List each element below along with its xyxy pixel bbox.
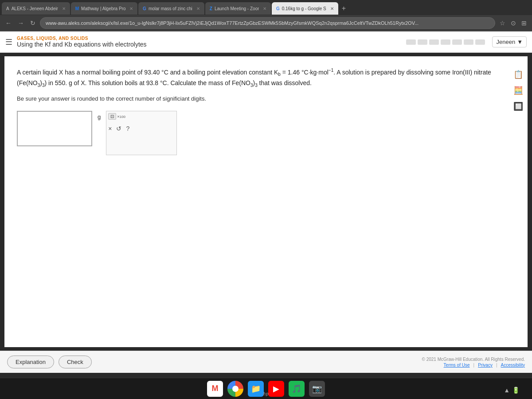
taskbar: M 📁 ▶ 🎵 📷 ▲ 🔋 hp [0, 378, 532, 399]
x100-label: ×100 [117, 114, 125, 119]
copyright-text: © 2021 McGraw-Hill Education. All Rights… [422, 357, 525, 362]
formula-help-btn[interactable]: ? [126, 125, 129, 132]
footer-divider2: | [496, 363, 497, 368]
tab-close-zoom[interactable]: ✕ [263, 6, 266, 11]
breadcrumb-category: GASES, LIQUIDS, AND SOLIDS [17, 36, 406, 41]
taskbar-gmail-icon[interactable]: M [207, 381, 223, 397]
bookmark-button[interactable]: ☆ [498, 19, 507, 27]
tab-favicon-molar: G [143, 6, 146, 11]
breadcrumb-title: Using the Kf and Kb equations with elect… [17, 41, 406, 48]
progress-seg-7 [475, 39, 485, 45]
tab-label-mathway: Mathway | Algebra Pro [81, 6, 125, 11]
tab-favicon-mathway: M [75, 6, 79, 11]
battery-icon: 🔋 [512, 387, 520, 394]
periodic-table-icon[interactable]: 🔲 [513, 102, 523, 111]
tab-aleks[interactable]: A ALEKS - Jeneen Abdeir ✕ [2, 2, 70, 15]
answer-input-container [17, 111, 92, 146]
tab-favicon-aleks: A [6, 6, 9, 11]
user-dropdown[interactable]: Jeneen ▼ [492, 36, 527, 47]
progress-seg-1 [406, 39, 416, 45]
tab-favicon-google: G [276, 6, 280, 11]
tab-close-molar[interactable]: ✕ [196, 6, 200, 11]
problem-statement: A certain liquid X has a normal boiling … [17, 67, 515, 89]
side-icons: 📋 🧮 🔲 [513, 70, 523, 111]
menu-icon[interactable]: ☰ [5, 37, 12, 47]
privacy-link[interactable]: Privacy [478, 363, 493, 368]
accessibility-link[interactable]: Accessibility [501, 363, 525, 368]
tab-close-google[interactable]: ✕ [330, 6, 334, 11]
formula-times-btn[interactable]: × [108, 125, 112, 132]
extensions-button[interactable]: ⊞ [520, 19, 528, 27]
check-button[interactable]: Check [59, 356, 92, 368]
bottom-left: Explanation Check [7, 356, 92, 368]
forward-button[interactable]: → [16, 19, 26, 27]
taskbar-files-icon[interactable]: 📁 [248, 381, 264, 397]
formula-action-row: × ↺ ? [108, 125, 175, 132]
unit-label: g [98, 113, 101, 120]
browser-actions: ☆ ⊙ ⊞ [498, 19, 528, 27]
calculator-icon[interactable]: 🧮 [513, 86, 523, 95]
progress-seg-4 [441, 39, 450, 45]
progress-seg-2 [418, 39, 427, 45]
taskbar-cam-icon[interactable]: 📷 [309, 381, 325, 397]
hp-logo: hp [263, 391, 269, 396]
account-button[interactable]: ⊙ [509, 19, 518, 27]
answer-input[interactable] [21, 114, 88, 143]
tab-zoom[interactable]: Z Launch Meeting - Zoom ✕ [205, 2, 271, 15]
tab-label-molar: molar mass of zinc chi [149, 6, 192, 11]
tab-molar[interactable]: G molar mass of zinc chi ✕ [138, 2, 204, 15]
back-button[interactable]: ← [4, 19, 13, 27]
tab-favicon-zoom: Z [210, 6, 212, 11]
chevron-down-icon: ▼ [517, 39, 523, 45]
user-name: Jeneen [496, 39, 515, 45]
new-tab-button[interactable]: + [339, 4, 348, 12]
tab-bar: A ALEKS - Jeneen Abdeir ✕ M Mathway | Al… [0, 0, 532, 15]
footer-divider1: | [473, 363, 475, 368]
bottom-bar: Explanation Check © 2021 McGraw-Hill Edu… [0, 351, 532, 373]
taskbar-music-icon[interactable]: 🎵 [289, 381, 305, 397]
tab-close-mathway[interactable]: ✕ [129, 6, 133, 11]
explanation-button[interactable]: Explanation [7, 356, 54, 368]
address-bar-input[interactable] [40, 17, 495, 29]
footer-info: © 2021 McGraw-Hill Education. All Rights… [422, 357, 525, 368]
tab-label-aleks: ALEKS - Jeneen Abdeir [12, 6, 58, 11]
progress-bar [406, 39, 485, 45]
progress-seg-3 [429, 39, 439, 45]
taskbar-youtube-icon[interactable]: ▶ [268, 381, 284, 397]
address-bar-row: ← → ↻ ☆ ⊙ ⊞ [0, 15, 532, 31]
progress-seg-5 [452, 39, 462, 45]
notes-icon[interactable]: 📋 [513, 70, 523, 79]
taskbar-chrome-icon[interactable] [227, 381, 243, 397]
tab-mathway[interactable]: M Mathway | Algebra Pro ✕ [71, 2, 137, 15]
browser-chrome: A ALEKS - Jeneen Abdeir ✕ M Mathway | Al… [0, 0, 532, 31]
footer-links: Terms of Use | Privacy | Accessibility [444, 363, 525, 368]
tab-label-google: 0.16kg to g - Google S [282, 6, 326, 11]
tab-google[interactable]: G 0.16kg to g - Google S ✕ [272, 2, 338, 15]
formula-undo-btn[interactable]: ↺ [116, 125, 121, 132]
aleks-topbar: ☰ GASES, LIQUIDS, AND SOLIDS Using the K… [0, 31, 532, 53]
answer-row: g ⊡ ×100 × ↺ ? [17, 111, 515, 155]
be-sure-text: Be sure your answer is rounded to the co… [17, 95, 515, 102]
formula-fraction-btn[interactable]: ⊡ [108, 113, 116, 120]
tab-label-zoom: Launch Meeting - Zoom [215, 6, 259, 11]
terms-link[interactable]: Terms of Use [444, 363, 470, 368]
wifi-icon: ▲ [504, 387, 510, 394]
refresh-button[interactable]: ↻ [28, 19, 37, 27]
formula-input-area: ⊡ ×100 × ↺ ? [106, 111, 177, 155]
progress-seg-6 [464, 39, 473, 45]
tab-close-aleks[interactable]: ✕ [62, 6, 66, 11]
breadcrumb-area: GASES, LIQUIDS, AND SOLIDS Using the Kf … [17, 36, 406, 48]
formula-toolbar: ⊡ ×100 [108, 113, 175, 120]
problem-area: A certain liquid X has a normal boiling … [4, 56, 528, 347]
